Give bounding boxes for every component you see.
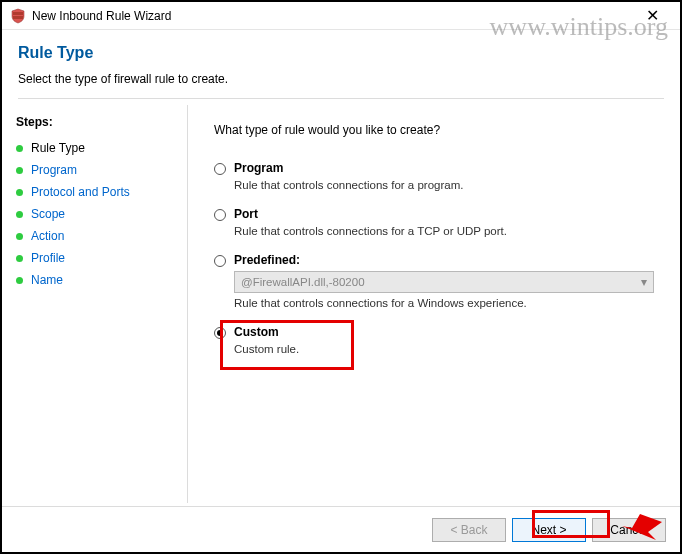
step-label: Action <box>31 229 64 243</box>
option-desc-port: Rule that controls connections for a TCP… <box>234 225 654 237</box>
page-description: Select the type of firewall rule to crea… <box>18 72 664 86</box>
steps-heading: Steps: <box>16 115 173 129</box>
next-button[interactable]: Next > <box>512 518 586 542</box>
rule-type-question: What type of rule would you like to crea… <box>214 123 654 137</box>
option-custom[interactable]: Custom <box>214 325 654 339</box>
option-desc-custom: Custom rule. <box>234 343 654 355</box>
svg-rect-1 <box>13 16 23 19</box>
option-label: Port <box>234 207 258 221</box>
predefined-dropdown[interactable]: @FirewallAPI.dll,-80200 ▾ <box>234 271 654 293</box>
chevron-down-icon: ▾ <box>641 275 647 289</box>
page-title: Rule Type <box>18 44 664 62</box>
step-rule-type[interactable]: Rule Type <box>16 137 173 159</box>
titlebar: New Inbound Rule Wizard ✕ <box>2 2 680 30</box>
wizard-header: Rule Type Select the type of firewall ru… <box>2 30 680 105</box>
step-protocol-and-ports[interactable]: Protocol and Ports <box>16 181 173 203</box>
bullet-icon <box>16 255 23 262</box>
radio-custom[interactable] <box>214 327 226 339</box>
radio-predefined[interactable] <box>214 255 226 267</box>
close-icon: ✕ <box>646 8 659 24</box>
step-label: Profile <box>31 251 65 265</box>
predefined-selected-value: @FirewallAPI.dll,-80200 <box>241 276 365 288</box>
step-profile[interactable]: Profile <box>16 247 173 269</box>
back-button: < Back <box>432 518 506 542</box>
step-scope[interactable]: Scope <box>16 203 173 225</box>
bullet-icon <box>16 189 23 196</box>
option-desc-predefined: Rule that controls connections for a Win… <box>234 297 654 309</box>
option-desc-program: Rule that controls connections for a pro… <box>234 179 654 191</box>
step-label: Name <box>31 273 63 287</box>
option-label: Predefined: <box>234 253 300 267</box>
cancel-button[interactable]: Cancel <box>592 518 666 542</box>
step-program[interactable]: Program <box>16 159 173 181</box>
steps-sidebar: Steps: Rule Type Program Protocol and Po… <box>2 105 187 503</box>
wizard-footer: < Back Next > Cancel <box>2 506 680 552</box>
option-label: Program <box>234 161 283 175</box>
option-label: Custom <box>234 325 279 339</box>
bullet-icon <box>16 145 23 152</box>
close-button[interactable]: ✕ <box>632 5 672 27</box>
bullet-icon <box>16 211 23 218</box>
option-port[interactable]: Port <box>214 207 654 221</box>
radio-program[interactable] <box>214 163 226 175</box>
step-label: Rule Type <box>31 141 85 155</box>
bullet-icon <box>16 233 23 240</box>
step-label: Scope <box>31 207 65 221</box>
divider <box>18 98 664 99</box>
step-action[interactable]: Action <box>16 225 173 247</box>
step-label: Protocol and Ports <box>31 185 130 199</box>
option-program[interactable]: Program <box>214 161 654 175</box>
radio-port[interactable] <box>214 209 226 221</box>
bullet-icon <box>16 277 23 284</box>
step-label: Program <box>31 163 77 177</box>
main-panel: What type of rule would you like to crea… <box>188 105 680 503</box>
svg-rect-0 <box>13 12 23 15</box>
step-name[interactable]: Name <box>16 269 173 291</box>
window-title: New Inbound Rule Wizard <box>32 9 171 23</box>
bullet-icon <box>16 167 23 174</box>
firewall-shield-icon <box>10 8 26 24</box>
option-predefined[interactable]: Predefined: <box>214 253 654 267</box>
